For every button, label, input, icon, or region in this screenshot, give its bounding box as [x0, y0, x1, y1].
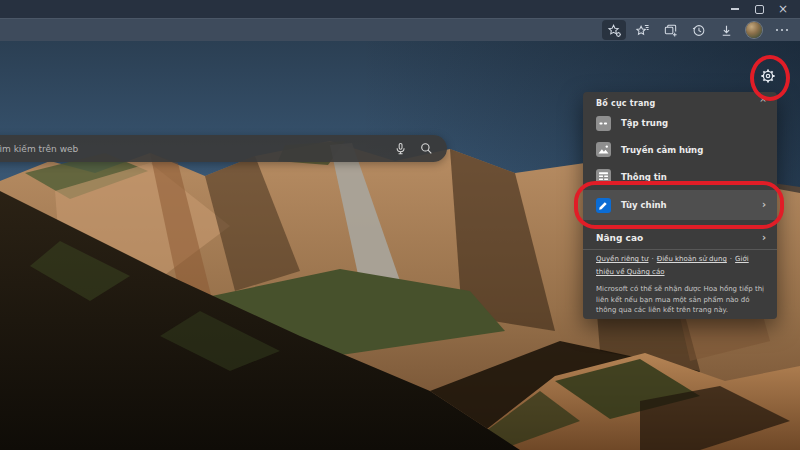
favorites-settings-button[interactable] — [602, 20, 626, 40]
page-settings-gear-button[interactable] — [758, 66, 778, 86]
page-layout-panel: Bố cục trang × Tập trung Truyền cảm hứng… — [583, 92, 777, 319]
star-gear-icon — [607, 23, 622, 38]
layout-item-label: Truyền cảm hứng — [621, 145, 703, 155]
panel-close-button[interactable]: × — [757, 93, 769, 105]
panel-title: Bố cục trang — [596, 99, 655, 108]
minimize-button[interactable] — [728, 2, 742, 16]
affiliate-disclaimer: Microsoft có thể sẽ nhận được Hoa hồng t… — [596, 284, 768, 316]
minimize-icon — [731, 8, 739, 10]
layout-item-label: Tùy chỉnh — [621, 200, 667, 210]
window-controls: × — [728, 0, 790, 18]
downloads-button[interactable] — [714, 20, 738, 40]
informational-layout-icon — [596, 169, 611, 184]
new-tab-page: Bố cục trang × Tập trung Truyền cảm hứng… — [0, 41, 800, 450]
close-window-button[interactable]: × — [776, 2, 790, 16]
search-bar — [0, 135, 447, 162]
ellipsis-icon — [776, 29, 788, 31]
collections-button[interactable] — [658, 20, 682, 40]
favorites-button[interactable] — [630, 20, 654, 40]
microphone-icon — [393, 141, 408, 156]
chevron-right-icon: › — [762, 200, 766, 210]
layout-item-label: Tập trung — [621, 118, 668, 128]
layout-item-inspirational[interactable]: Truyền cảm hứng — [583, 136, 777, 163]
restore-icon — [755, 5, 764, 14]
restore-button[interactable] — [752, 2, 766, 16]
custom-layout-row[interactable]: Tùy chỉnh › — [583, 190, 777, 220]
window-titlebar: × — [0, 0, 800, 18]
inspirational-layout-icon — [596, 142, 611, 157]
panel-divider — [583, 249, 777, 250]
avatar — [746, 22, 762, 38]
link-separator: · — [727, 255, 735, 263]
privacy-link[interactable]: Quyền riêng tư — [596, 255, 648, 263]
link-separator: · — [648, 255, 656, 263]
layout-item-label: Thông tin — [621, 172, 667, 182]
collections-icon — [663, 23, 678, 38]
more-menu-button[interactable] — [770, 20, 794, 40]
profile-avatar-button[interactable] — [742, 20, 766, 40]
advanced-settings-row[interactable]: Nâng cao › — [583, 224, 777, 251]
voice-search-button[interactable] — [387, 137, 413, 161]
focused-layout-icon — [596, 116, 611, 131]
search-submit-button[interactable] — [413, 137, 439, 161]
browser-toolbar — [0, 18, 800, 41]
history-button[interactable] — [686, 20, 710, 40]
gear-icon — [759, 67, 777, 85]
advanced-label: Nâng cao — [596, 233, 643, 243]
layout-item-focused[interactable]: Tập trung — [583, 110, 777, 136]
star-lines-icon — [635, 23, 650, 38]
layout-menu: Tập trung Truyền cảm hứng Thông tin Tùy … — [583, 110, 777, 251]
chevron-right-icon: › — [762, 233, 766, 243]
footer-links: Quyền riêng tư·Điều khoản sử dụng·Giới t… — [596, 253, 767, 279]
history-clock-icon — [691, 23, 706, 38]
download-arrow-icon — [719, 23, 734, 38]
search-icon — [419, 141, 434, 156]
search-input[interactable] — [0, 144, 387, 154]
terms-link[interactable]: Điều khoản sử dụng — [657, 255, 727, 263]
layout-item-informational[interactable]: Thông tin — [583, 163, 777, 190]
custom-layout-pencil-icon — [596, 198, 611, 213]
